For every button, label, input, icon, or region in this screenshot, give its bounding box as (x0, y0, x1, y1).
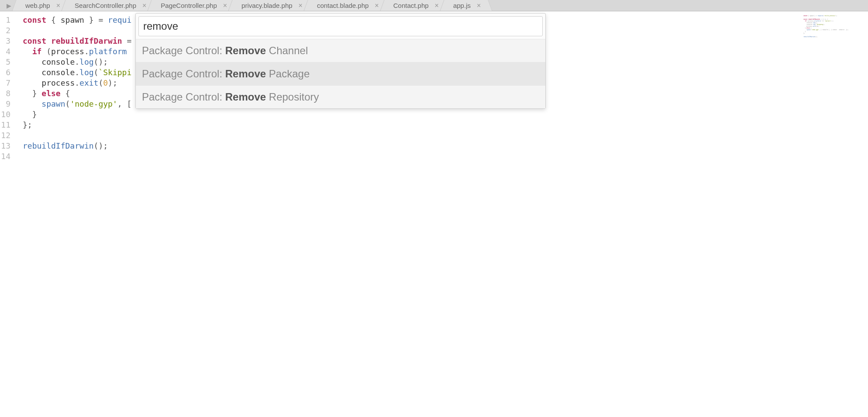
line-number: 7 (0, 78, 14, 88)
palette-item-remove-channel[interactable]: Package Control: Remove Channel (136, 39, 545, 62)
tab-label: app.js (453, 2, 471, 9)
close-icon[interactable]: × (375, 2, 379, 9)
close-icon[interactable]: × (223, 2, 227, 9)
tab-searchcontroller-php[interactable]: SearchController.php × (67, 0, 153, 11)
line-number: 4 (0, 46, 14, 57)
line-number: 13 (0, 141, 14, 151)
tab-bar: ▶ web.php × SearchController.php × PageC… (0, 0, 868, 11)
palette-item-prefix: Package Control: (142, 68, 225, 80)
tab-privacy-blade-php[interactable]: privacy.blade.php × (234, 0, 309, 11)
line-number: 1 (0, 15, 14, 25)
tab-web-php[interactable]: web.php × (17, 0, 67, 11)
tab-contact-blade-php[interactable]: contact.blade.php × (309, 0, 386, 11)
tab-pagecontroller-php[interactable]: PageController.php × (153, 0, 234, 11)
line-number: 12 (0, 130, 14, 141)
palette-item-prefix: Package Control: (142, 45, 225, 56)
palette-item-remove-repository[interactable]: Package Control: Remove Repository (136, 85, 545, 108)
line-number: 9 (0, 99, 14, 109)
close-icon[interactable]: × (299, 2, 303, 9)
gutter: 1 2 3 4 5 6 7 8 9 10 11 12 13 14 (0, 11, 14, 417)
line-number: 14 (0, 151, 14, 162)
tab-label: SearchController.php (75, 2, 136, 9)
tab-label: contact.blade.php (317, 2, 369, 9)
palette-item-suffix: Repository (266, 91, 319, 103)
close-icon[interactable]: × (477, 2, 481, 9)
tab-label: privacy.blade.php (241, 2, 292, 9)
close-icon[interactable]: × (56, 2, 60, 9)
line-number: 8 (0, 88, 14, 99)
line-number: 5 (0, 57, 14, 67)
tab-label: PageController.php (161, 2, 217, 9)
tab-app-js[interactable]: app.js × (445, 0, 487, 11)
palette-item-match: Remove (225, 91, 266, 103)
tab-label: Contact.php (393, 2, 429, 9)
palette-item-prefix: Package Control: (142, 91, 225, 103)
palette-item-suffix: Channel (266, 45, 308, 56)
line-number: 2 (0, 25, 14, 36)
tab-contact-php[interactable]: Contact.php × (386, 0, 445, 11)
minimap[interactable]: const { spawn } = require('child_process… (803, 15, 865, 50)
close-icon[interactable]: × (142, 2, 146, 9)
close-icon[interactable]: × (435, 2, 439, 9)
palette-item-match: Remove (225, 45, 266, 56)
tab-label: web.php (25, 2, 50, 9)
palette-item-remove-package[interactable]: Package Control: Remove Package (136, 62, 545, 85)
palette-item-suffix: Package (266, 68, 310, 80)
line-number: 10 (0, 109, 14, 120)
line-number: 3 (0, 36, 14, 46)
command-palette-input[interactable] (138, 16, 543, 36)
line-number: 11 (0, 120, 14, 130)
command-palette: Package Control: Remove Channel Package … (135, 13, 546, 109)
palette-item-match: Remove (225, 68, 266, 80)
line-number: 6 (0, 67, 14, 78)
